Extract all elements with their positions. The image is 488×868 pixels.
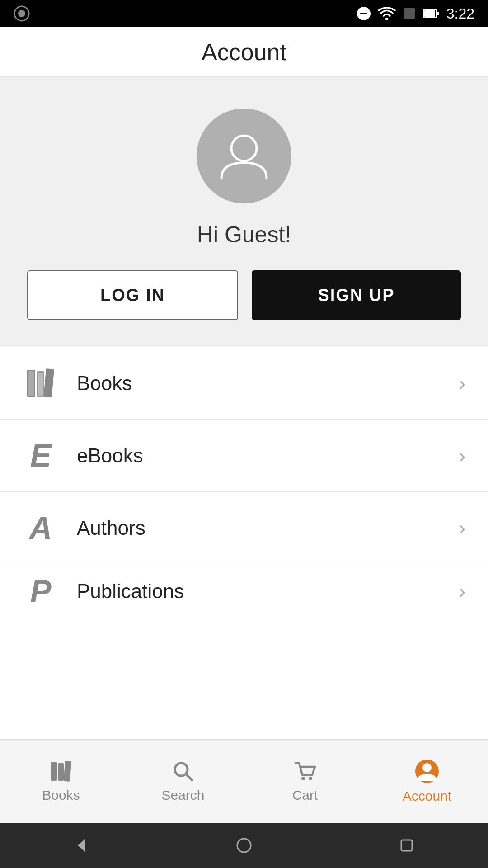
books-icon: [26, 368, 56, 399]
status-bar: 3:22: [0, 0, 488, 27]
android-back-button[interactable]: [68, 832, 95, 859]
svg-point-9: [231, 136, 257, 161]
menu-item-publications[interactable]: P Publications ›: [0, 564, 488, 618]
battery-icon: [423, 7, 440, 20]
ebooks-label: eBooks: [77, 444, 459, 467]
svg-point-23: [422, 763, 432, 772]
android-recents-button[interactable]: [393, 832, 420, 859]
svg-rect-5: [404, 8, 415, 19]
svg-rect-17: [64, 761, 71, 782]
svg-rect-15: [51, 762, 57, 781]
recents-icon: [399, 838, 414, 853]
nav-cart-icon: [293, 760, 317, 783]
clock: 3:22: [446, 5, 474, 22]
menu-item-ebooks[interactable]: E eBooks ›: [0, 420, 488, 492]
ebooks-icon: E: [30, 438, 52, 474]
svg-rect-11: [28, 371, 34, 396]
ebooks-menu-icon: E: [23, 438, 59, 474]
avatar-icon: [215, 127, 273, 185]
android-home-button[interactable]: [230, 832, 258, 859]
svg-rect-14: [43, 368, 54, 397]
nav-search-icon: [171, 760, 195, 783]
menu-item-books[interactable]: Books ›: [0, 347, 488, 420]
nav-search-label: Search: [161, 788, 204, 803]
nav-books-icon: [49, 760, 73, 783]
bottom-nav: Books Search Cart Account: [0, 739, 488, 823]
svg-rect-7: [424, 10, 435, 17]
signal-icon: [14, 5, 30, 22]
authors-chevron: ›: [459, 517, 465, 539]
nav-books-label: Books: [42, 788, 80, 803]
publications-chevron: ›: [459, 580, 465, 603]
svg-rect-16: [58, 763, 64, 781]
nav-account-icon: [414, 759, 440, 784]
nav-item-books[interactable]: Books: [0, 740, 122, 823]
publications-label: Publications: [77, 580, 459, 603]
nav-item-cart[interactable]: Cart: [244, 740, 366, 823]
wifi-icon: [378, 6, 396, 21]
svg-marker-24: [78, 839, 85, 852]
svg-point-1: [18, 10, 25, 17]
books-chevron: ›: [459, 372, 465, 395]
signup-button[interactable]: SIGN UP: [252, 270, 461, 320]
svg-point-4: [385, 18, 388, 20]
publications-menu-icon: P: [23, 573, 59, 609]
nav-cart-label: Cart: [292, 788, 318, 803]
home-icon: [236, 837, 252, 854]
menu-item-authors[interactable]: A Authors ›: [0, 492, 488, 564]
svg-rect-3: [360, 13, 367, 14]
books-label: Books: [77, 372, 459, 395]
svg-line-19: [186, 774, 192, 780]
svg-rect-13: [38, 373, 43, 396]
svg-point-21: [309, 777, 312, 780]
greeting-text: Hi Guest!: [197, 222, 291, 248]
back-icon: [73, 837, 89, 854]
authors-label: Authors: [77, 517, 459, 539]
page-title-bar: Account: [0, 27, 488, 77]
svg-point-25: [237, 839, 251, 852]
svg-rect-8: [437, 12, 439, 15]
nav-item-account[interactable]: Account: [366, 740, 488, 823]
avatar: [197, 108, 291, 203]
svg-rect-26: [401, 840, 412, 851]
svg-point-20: [301, 777, 305, 780]
nav-account-label: Account: [403, 788, 451, 804]
profile-section: Hi Guest! LOG IN SIGN UP: [0, 77, 488, 347]
ebooks-chevron: ›: [459, 444, 465, 467]
status-right: 3:22: [356, 5, 474, 22]
books-menu-icon: [23, 368, 59, 399]
login-button[interactable]: LOG IN: [27, 270, 238, 320]
authors-menu-icon: A: [23, 510, 59, 546]
page-title: Account: [202, 38, 286, 66]
dnd-icon: [356, 6, 371, 21]
status-left: [14, 5, 30, 22]
android-nav-bar: [0, 823, 488, 868]
nav-item-search[interactable]: Search: [122, 740, 244, 823]
menu-list: Books › E eBooks › A Authors › P Publica…: [0, 347, 488, 739]
auth-buttons: LOG IN SIGN UP: [27, 270, 461, 320]
authors-icon: A: [29, 510, 52, 546]
publications-icon: P: [30, 573, 52, 609]
sim-icon: [402, 6, 417, 21]
